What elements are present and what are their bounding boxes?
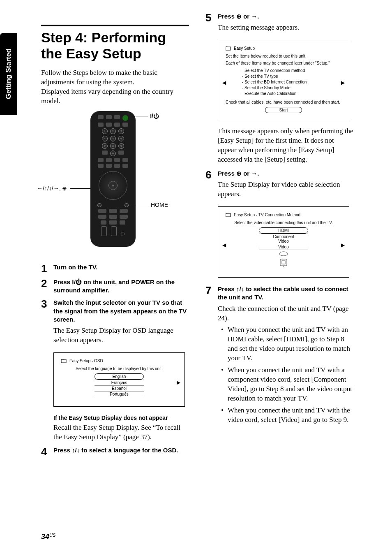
step-description: The setting message appears. — [218, 23, 353, 32]
svg-rect-0 — [61, 359, 66, 363]
svg-rect-11 — [282, 261, 285, 264]
step-number: 5 — [205, 12, 218, 32]
setup-icon — [61, 359, 67, 363]
sub-paragraph: Recall the Easy Setup Display. See “To r… — [53, 423, 189, 442]
section-tab: Getting Started — [0, 33, 17, 115]
osd-title: Easy Setup - OSD — [69, 359, 103, 363]
osd-title: Easy Setup — [234, 46, 255, 51]
step-bullet-list: When you connect the unit and TV with an… — [218, 325, 353, 424]
osd-item: - Select the Standby Mode — [242, 85, 341, 91]
osd-easysetup-screenshot: Easy Setup Set the items below required … — [218, 40, 349, 119]
step-3: 3 Switch the input selector on your TV s… — [41, 299, 189, 345]
step-5: 5 Press ⊕ or →. The setting message appe… — [205, 12, 353, 32]
step-description: The Easy Setup Display for OSD language … — [53, 326, 189, 345]
osd-option: Component Video — [259, 234, 308, 244]
bullet-item: When you connect the unit and TV with th… — [224, 406, 353, 425]
osd-message: Each of these items may be changed later… — [226, 61, 341, 65]
remote-body: 123 456 789 0 + — [90, 111, 136, 247]
bullet-item: When you connect the unit and TV with an… — [224, 325, 353, 363]
osd-option: Português — [95, 391, 144, 397]
step-instruction: Press ⊕ or →. — [218, 169, 353, 178]
step-2: 2 Press ⁞/⏻ on the unit, and POWER on th… — [41, 278, 189, 295]
remote-figure: 123 456 789 0 + ⁞/⏻ ←/↑/↓/→, ⊕ HOME — [41, 111, 189, 255]
osd-option: Français — [95, 380, 144, 385]
nav-left-icon: ◀ — [222, 242, 226, 248]
dpad-icon: + — [99, 171, 127, 200]
page-title: Step 4: Performing the Easy Setup — [41, 30, 189, 62]
nav-right-icon: ▶ — [177, 380, 180, 385]
page-number: 34 — [41, 533, 49, 541]
home-button-icon — [125, 203, 129, 207]
sub-heading: If the Easy Setup Display does not appea… — [53, 414, 189, 422]
svg-point-9 — [279, 252, 288, 256]
nav-right-icon: ▶ — [341, 80, 345, 86]
osd-option: English — [95, 373, 144, 380]
tv-illustration-icon — [279, 258, 288, 268]
remote-label-home: HOME — [151, 202, 168, 208]
heading-rule — [41, 25, 189, 26]
svg-rect-10 — [280, 259, 287, 266]
step-number: 6 — [205, 169, 218, 199]
right-column: 5 Press ⊕ or →. The setting message appe… — [205, 12, 353, 431]
step-instruction: Press ↑/↓ to select the cable used to co… — [218, 285, 353, 302]
step-instruction: Press ↑/↓ to select a language for the O… — [53, 446, 189, 454]
osd-item-list: - Select the TV connection method - Sele… — [226, 68, 341, 97]
osd-message: Select the video cable connecting this u… — [226, 220, 341, 225]
osd-start-button: Start — [265, 107, 302, 113]
osd-language-screenshot: Easy Setup - OSD Select the language to … — [53, 352, 185, 407]
step-number: 4 — [41, 446, 53, 457]
step-instruction: Switch the input selector on your TV so … — [53, 299, 189, 324]
osd-message: Set the items below required to use this… — [226, 54, 341, 58]
osd-message: Check that all cables, etc. have been co… — [226, 100, 341, 104]
osd-option: Video — [259, 244, 308, 250]
osd-item: - Select the TV connection method — [242, 68, 341, 74]
osd-item: - Select the TV type — [242, 74, 341, 79]
step-4: 4 Press ↑/↓ to select a language for the… — [41, 446, 189, 457]
step-description: The Setup Display for video cable select… — [218, 180, 353, 199]
intro-paragraph: Follow the Steps below to make the basic… — [41, 68, 189, 106]
power-button-icon — [122, 115, 128, 121]
connector-icon — [278, 251, 289, 257]
step-number: 3 — [41, 299, 53, 345]
setup-icon — [226, 213, 231, 217]
osd-item: - Execute the Auto Calibration — [242, 91, 341, 97]
step-description: Check the connection of the unit and TV … — [218, 304, 353, 323]
osd-connection-screenshot: Easy Setup - TV Connection Method Select… — [218, 206, 349, 278]
page-region: US — [49, 533, 55, 537]
osd-option: HDMI — [259, 227, 308, 234]
nav-right-icon: ▶ — [341, 242, 345, 248]
step-6: 6 Press ⊕ or →. The Setup Display for vi… — [205, 169, 353, 199]
page-footer: 34US — [41, 533, 55, 541]
remote-label-power: ⁞/⏻ — [150, 113, 159, 119]
svg-rect-6 — [226, 213, 231, 217]
osd-option: Español — [95, 385, 144, 391]
osd-item: - Select the BD Internet Connection — [242, 79, 341, 85]
nav-left-icon: ◀ — [222, 80, 226, 86]
step-instruction: Turn on the TV. — [53, 263, 189, 271]
step-number: 7 — [205, 285, 218, 427]
step-instruction: Press ⁞/⏻ on the unit, and POWER on the … — [53, 278, 189, 295]
setup-icon — [226, 46, 231, 51]
step-note: This message appears only when performin… — [218, 127, 353, 164]
left-column: Step 4: Performing the Easy Setup Follow… — [41, 25, 189, 461]
step-1: 1 Turn on the TV. — [41, 263, 189, 274]
step-number: 2 — [41, 278, 53, 295]
osd-message: Select the language to be displayed by t… — [61, 366, 177, 371]
bullet-item: When you connect the unit and TV with a … — [224, 366, 353, 403]
osd-title: Easy Setup - TV Connection Method — [234, 213, 300, 217]
svg-rect-3 — [226, 47, 231, 50]
step-7: 7 Press ↑/↓ to select the cable used to … — [205, 285, 353, 427]
step-number: 1 — [41, 263, 53, 274]
step-instruction: Press ⊕ or →. — [218, 12, 353, 21]
remote-label-arrows: ←/↑/↓/→, ⊕ — [37, 185, 67, 192]
